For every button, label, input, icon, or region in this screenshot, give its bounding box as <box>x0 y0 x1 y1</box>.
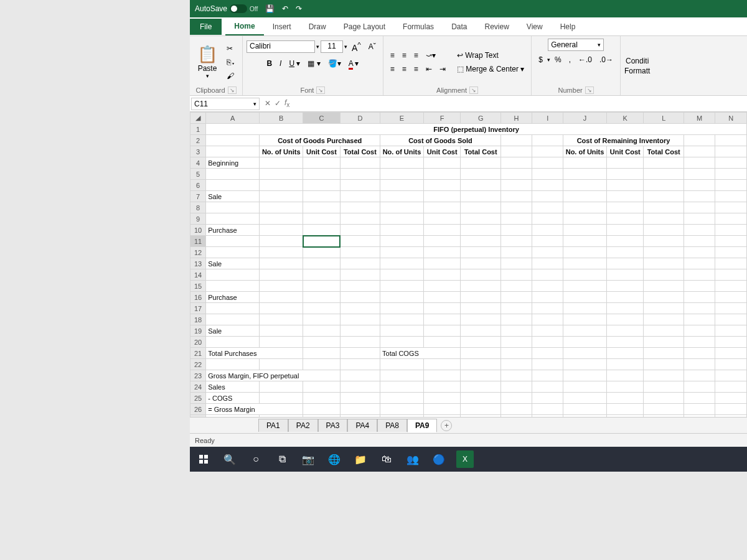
cut-icon[interactable]: ✂ <box>223 42 238 55</box>
store-icon[interactable]: 🛍 <box>378 450 395 468</box>
row-22[interactable]: 22 <box>190 359 206 370</box>
toggle-switch[interactable] <box>230 4 247 13</box>
select-all[interactable]: ◢ <box>190 113 206 124</box>
cell-C11[interactable] <box>303 236 341 247</box>
teams-icon[interactable]: 👥 <box>404 450 421 468</box>
tab-draw[interactable]: Draw <box>300 19 335 35</box>
row-19[interactable]: 19 <box>190 325 206 337</box>
col-M[interactable]: M <box>684 113 715 124</box>
copy-icon[interactable]: ⎘▾ <box>223 56 238 68</box>
cell[interactable]: Beginning <box>206 157 260 169</box>
row-4[interactable]: 4 <box>190 157 206 169</box>
task-view-icon[interactable]: ⧉ <box>273 450 291 468</box>
decrease-decimal-button[interactable]: .0→ <box>596 54 616 66</box>
tab-insert[interactable]: Insert <box>264 19 300 35</box>
align-middle-icon[interactable]: ≡ <box>399 49 410 62</box>
clipboard-dialog-icon[interactable]: ↘ <box>228 86 237 94</box>
excel-icon[interactable]: X <box>456 450 474 468</box>
camera-icon[interactable]: 📷 <box>299 450 317 468</box>
paste-button[interactable]: 📋 Paste ▾ <box>194 44 221 80</box>
fx-icon[interactable]: fx <box>284 98 289 108</box>
cortana-icon[interactable]: ○ <box>247 450 265 468</box>
indent-dec-icon[interactable]: ⇤ <box>423 63 435 75</box>
align-left-icon[interactable]: ≡ <box>387 63 398 75</box>
sheet-tab-pa3[interactable]: PA3 <box>318 419 348 432</box>
file-explorer-icon[interactable]: 📁 <box>352 450 369 468</box>
row-26[interactable]: 26 <box>190 404 206 415</box>
col-N[interactable]: N <box>715 113 747 124</box>
cell[interactable]: Purchase <box>206 292 260 303</box>
grow-font-button[interactable]: A^ <box>349 39 364 55</box>
row-15[interactable]: 15 <box>190 281 206 292</box>
search-icon[interactable]: 🔍 <box>221 450 238 468</box>
font-color-button[interactable]: A ▾ <box>345 57 362 70</box>
tab-view[interactable]: View <box>518 19 552 35</box>
cell[interactable]: Unit Cost <box>303 146 341 157</box>
number-format-select[interactable]: General▾ <box>548 39 604 51</box>
undo-icon[interactable]: ↶ <box>282 4 288 13</box>
autosave-toggle[interactable]: AutoSave Off <box>195 4 258 13</box>
col-C[interactable]: C <box>303 113 341 124</box>
cell-title[interactable]: FIFO (perpetual) Inventory <box>206 124 747 135</box>
align-center-icon[interactable]: ≡ <box>399 63 410 75</box>
col-J[interactable]: J <box>563 113 607 124</box>
cell[interactable]: Total Cost <box>644 146 684 157</box>
row-25[interactable]: 25 <box>190 393 206 404</box>
sheet-tab-pa9[interactable]: PA9 <box>407 419 437 432</box>
cell[interactable]: Total Cost <box>461 146 500 157</box>
tab-file[interactable]: File <box>190 19 222 35</box>
sheet-tab-pa8[interactable]: PA8 <box>377 419 407 432</box>
wrap-text-button[interactable]: ↩ Wrap Text <box>454 49 527 62</box>
cell[interactable]: Total Cost <box>340 146 380 157</box>
row-21[interactable]: 21 <box>190 348 206 359</box>
chrome-icon[interactable]: 🔵 <box>430 450 448 468</box>
indent-inc-icon[interactable]: ⇥ <box>436 63 449 75</box>
conditional-clip[interactable]: Conditi <box>626 57 649 65</box>
cell[interactable]: No. of Units <box>260 146 303 157</box>
align-right-icon[interactable]: ≡ <box>411 63 421 75</box>
row-5[interactable]: 5 <box>190 169 206 180</box>
comma-style-button[interactable]: , <box>566 54 574 66</box>
row-16[interactable]: 16 <box>190 292 206 303</box>
cell[interactable]: Sales <box>206 381 260 393</box>
chevron-down-icon[interactable]: ▾ <box>344 44 347 50</box>
shrink-font-button[interactable]: Aˇ <box>365 40 379 53</box>
number-dialog-icon[interactable]: ↘ <box>585 86 594 94</box>
row-1[interactable]: 1 <box>190 124 206 135</box>
sheet-tab-pa1[interactable]: PA1 <box>258 419 288 432</box>
cell[interactable]: = Gross Margin <box>206 404 303 415</box>
row-13[interactable]: 13 <box>190 258 206 269</box>
worksheet-grid[interactable]: ◢ A B C D E F G H I J K L M N 1FIFO (per… <box>190 112 747 417</box>
col-E[interactable]: E <box>380 113 424 124</box>
col-G[interactable]: G <box>461 113 500 124</box>
cell[interactable]: Unit Cost <box>606 146 644 157</box>
row-20[interactable]: 20 <box>190 337 206 348</box>
cell[interactable]: Cost of Goods Purchased <box>260 135 380 146</box>
row-14[interactable]: 14 <box>190 269 206 281</box>
font-dialog-icon[interactable]: ↘ <box>316 86 325 94</box>
col-L[interactable]: L <box>644 113 684 124</box>
row-10[interactable]: 10 <box>190 225 206 236</box>
cell[interactable]: Sale <box>206 191 260 202</box>
row-8[interactable]: 8 <box>190 202 206 213</box>
fill-color-button[interactable]: 🪣▾ <box>325 57 344 70</box>
underline-button[interactable]: U ▾ <box>286 57 303 70</box>
edge-icon[interactable]: 🌐 <box>326 450 343 468</box>
cell[interactable]: Unit Cost <box>423 146 461 157</box>
merge-center-button[interactable]: ⬚ Merge & Center ▾ <box>454 63 527 75</box>
format-painter-icon[interactable]: 🖌 <box>223 70 238 82</box>
start-button[interactable] <box>195 450 212 468</box>
cell[interactable]: Sale <box>206 325 260 337</box>
tab-page-layout[interactable]: Page Layout <box>335 19 394 35</box>
bold-button[interactable]: B <box>263 57 275 70</box>
font-size-select[interactable]: 11 <box>321 40 343 53</box>
orientation-icon[interactable]: ⤻▾ <box>423 49 439 62</box>
col-B[interactable]: B <box>260 113 303 124</box>
align-top-icon[interactable]: ≡ <box>387 49 398 62</box>
redo-icon[interactable]: ↷ <box>296 4 302 13</box>
sheet-tab-pa4[interactable]: PA4 <box>347 419 377 432</box>
row-7[interactable]: 7 <box>190 191 206 202</box>
cancel-icon[interactable]: ✕ <box>265 99 271 108</box>
cell[interactable]: Total Purchases <box>206 348 303 359</box>
row-2[interactable]: 2 <box>190 135 206 146</box>
